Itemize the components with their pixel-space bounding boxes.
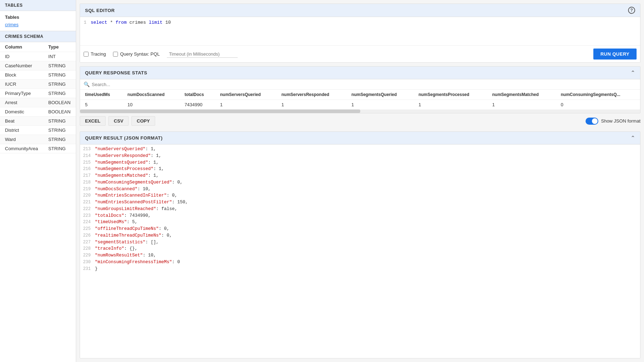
result-line-number: 222 <box>80 206 95 212</box>
schema-row: CaseNumberSTRING <box>0 61 76 70</box>
result-line-content: "offlineThreadCpuTimeNs": 0, <box>95 226 169 232</box>
result-line-number: 214 <box>80 153 95 159</box>
schema-cell-type: STRING <box>43 144 76 153</box>
schema-cell-column: PrimaryType <box>0 89 43 98</box>
timeout-input[interactable] <box>167 51 238 58</box>
stats-col-header: numConsumingSegmentsQ... <box>556 90 640 100</box>
schema-cell-type: INT <box>43 52 76 61</box>
schema-header: CRIMES SCHEMA <box>0 31 76 42</box>
schema-cell-type: BOOLEAN <box>43 98 76 107</box>
schema-row: ArrestBOOLEAN <box>0 98 76 107</box>
export-bar: EXCEL CSV COPY Show JSON format <box>76 113 644 129</box>
result-line: 214"numServersResponded": 1, <box>80 153 640 159</box>
pql-checkbox[interactable] <box>113 52 118 57</box>
sql-editor-title: SQL EDITOR <box>85 8 115 13</box>
result-line: 226"realtimeThreadCpuTimeNs": 0, <box>80 232 640 239</box>
sql-editor-body[interactable]: 1 select * from crimes limit 10 <box>80 17 640 45</box>
stats-data-cell: 7434990 <box>180 100 215 110</box>
result-line: 216"numSegmentsProcessed": 1, <box>80 166 640 172</box>
stats-panel: QUERY RESPONSE STATS ⌃ 🔍 timeUsedMsnumDo… <box>80 66 640 113</box>
tables-label: Tables <box>5 15 71 20</box>
result-line-content: "numGroupsLimitReached": false, <box>95 206 177 213</box>
schema-cell-column: IUCR <box>0 80 43 89</box>
stats-data-cell: 10 <box>123 100 180 110</box>
stats-col-header: numSegmentsMatched <box>487 90 556 100</box>
result-collapse-button[interactable]: ⌃ <box>631 135 635 141</box>
result-line-content: "numRowsResultSet": 10, <box>95 252 156 259</box>
schema-row: DomesticBOOLEAN <box>0 107 76 117</box>
search-icon: 🔍 <box>84 81 90 87</box>
result-line-content: "totalDocs": 7434990, <box>95 213 151 219</box>
result-line-number: 213 <box>80 146 95 152</box>
result-line-content: "numDocsScanned": 10, <box>95 186 151 193</box>
result-line: 220"numEntriesScannedInFilter": 0, <box>80 192 640 199</box>
result-line: 229"numRowsResultSet": 10, <box>80 252 640 259</box>
result-line: 217"numSegmentsMatched": 1, <box>80 172 640 179</box>
result-line-content: "numEntriesScannedInFilter": 0, <box>95 192 177 199</box>
excel-button[interactable]: EXCEL <box>80 116 106 126</box>
sql-line-1: 1 select * from crimes limit 10 <box>80 20 640 25</box>
result-line-content: "numSegmentsMatched": 1, <box>95 172 159 179</box>
stats-search-bar: 🔍 <box>80 79 640 90</box>
stats-panel-header: QUERY RESPONSE STATS ⌃ <box>80 67 640 79</box>
tables-header: TABLES <box>0 0 76 11</box>
result-line-number: 225 <box>80 226 95 232</box>
result-line-number: 223 <box>80 213 95 219</box>
tracing-checkbox-label[interactable]: Tracing <box>84 51 106 57</box>
schema-cell-type: STRING <box>43 80 76 89</box>
help-icon[interactable]: ? <box>628 7 635 14</box>
run-query-button[interactable]: RUN QUERY <box>593 49 637 60</box>
result-line-content: "segmentStatistics": [], <box>95 239 159 246</box>
result-line-content: "minConsumingFreshnessTimeMs": 0 <box>95 259 180 266</box>
json-toggle-label: Show JSON format <box>601 118 640 124</box>
schema-cell-type: STRING <box>43 135 76 144</box>
stats-search-input[interactable] <box>92 82 637 87</box>
stats-col-header: totalDocs <box>180 90 215 100</box>
stats-data-cell: 1 <box>346 100 413 110</box>
pql-checkbox-label[interactable]: Query Syntax: PQL <box>113 51 160 57</box>
schema-cell-column: Arrest <box>0 98 43 107</box>
schema-cell-type: STRING <box>43 89 76 98</box>
stats-col-header: numServersResponded <box>277 90 347 100</box>
tracing-checkbox[interactable] <box>84 52 89 57</box>
schema-table: Column Type IDINTCaseNumberSTRINGBlockST… <box>0 42 76 153</box>
crimes-table-link[interactable]: crimes <box>5 22 18 27</box>
stats-scrollbar[interactable] <box>80 109 640 113</box>
stats-collapse-button[interactable]: ⌃ <box>631 69 635 76</box>
result-line-number: 228 <box>80 245 95 252</box>
schema-row: IUCRSTRING <box>0 80 76 89</box>
schema-cell-column: CommunityArea <box>0 144 43 153</box>
sql-editor-panel: SQL EDITOR ? 1 select * from crimes limi… <box>80 4 640 63</box>
result-line-number: 224 <box>80 219 95 225</box>
result-line-content: "realtimeThreadCpuTimeNs": 0, <box>95 232 172 239</box>
schema-row: PrimaryTypeSTRING <box>0 89 76 98</box>
result-line: 225"offlineThreadCpuTimeNs": 0, <box>80 226 640 232</box>
stats-data-cell: 5 <box>80 100 123 110</box>
result-line-content: "timeUsedMs": 5, <box>95 219 137 226</box>
result-line-number: 220 <box>80 192 95 199</box>
result-line: 221"numEntriesScannedPostFilter": 150, <box>80 199 640 206</box>
schema-row: BlockSTRING <box>0 70 76 80</box>
stats-table-wrap: timeUsedMsnumDocsScannedtotalDocsnumServ… <box>80 90 640 109</box>
schema-cell-column: CaseNumber <box>0 61 43 70</box>
json-toggle-switch[interactable] <box>586 118 598 125</box>
stats-col-header: numSegmentsProcessed <box>413 90 487 100</box>
stats-data-row: 5107434990111110 <box>80 100 640 110</box>
stats-panel-title: QUERY RESPONSE STATS <box>85 70 147 75</box>
schema-row: BeatSTRING <box>0 117 76 126</box>
json-toggle-container: Show JSON format <box>586 118 640 125</box>
stats-data-cell: 1 <box>487 100 556 110</box>
result-line-number: 231 <box>80 266 95 272</box>
result-line: 223"totalDocs": 7434990, <box>80 213 640 219</box>
csv-button[interactable]: CSV <box>108 116 129 126</box>
schema-cell-type: STRING <box>43 126 76 135</box>
stats-table-body: 5107434990111110 <box>80 100 640 110</box>
result-line-content: } <box>95 266 98 272</box>
result-line-content: "numSegmentsProcessed": 1, <box>95 166 164 172</box>
result-line-number: 215 <box>80 159 95 166</box>
main-scroll: SQL EDITOR ? 1 select * from crimes limi… <box>76 0 644 362</box>
copy-button[interactable]: COPY <box>131 116 155 126</box>
query-options-bar: Tracing Query Syntax: PQL RUN QUERY <box>80 45 640 62</box>
stats-scrollbar-thumb[interactable] <box>80 109 360 113</box>
schema-type-header: Type <box>43 42 76 52</box>
